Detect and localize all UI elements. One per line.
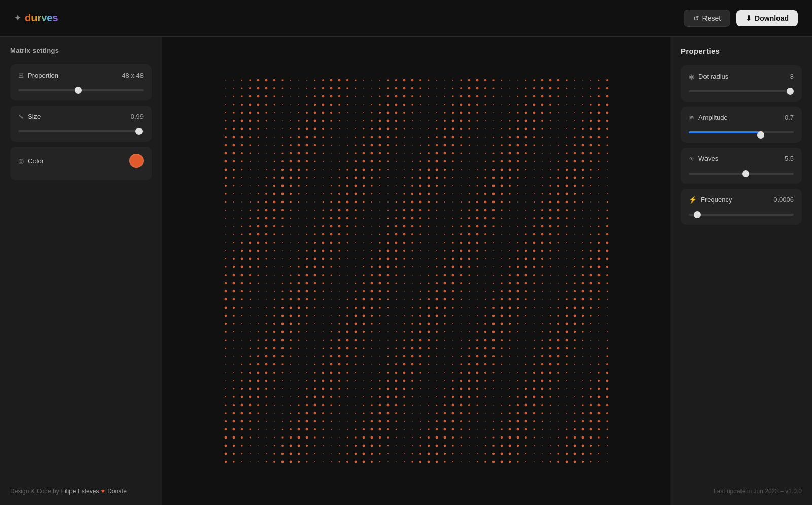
dot-matrix-canvas xyxy=(222,76,611,466)
dot-radius-row: ◉ Dot radius 8 xyxy=(689,73,794,80)
amplitude-value: 0.7 xyxy=(785,114,794,121)
canvas-area xyxy=(162,37,670,505)
proportion-value: 48 x 48 xyxy=(122,72,144,79)
logo: ✦ durves xyxy=(14,12,58,24)
proportion-icon: ⊞ xyxy=(18,72,24,79)
dot-radius-value: 8 xyxy=(790,73,794,80)
download-button[interactable]: ⬇ Download xyxy=(736,10,798,26)
dot-radius-text: Dot radius xyxy=(698,73,728,80)
proportion-row: ⊞ Proportion 48 x 48 xyxy=(18,72,144,79)
frequency-text: Frequency xyxy=(701,196,732,204)
color-icon: ◎ xyxy=(18,158,24,164)
size-text: Size xyxy=(28,113,41,120)
header-actions: ↺ Reset ⬇ Download xyxy=(684,10,798,27)
color-row: ◎ Color xyxy=(18,154,144,168)
main-content: Matrix settings ⊞ Proportion 48 x 48 ⤡ S… xyxy=(0,37,812,505)
waves-label: ∿ Waves xyxy=(689,155,718,162)
dot-radius-card: ◉ Dot radius 8 xyxy=(681,65,802,102)
author-link[interactable]: Filipe Esteves xyxy=(61,488,99,495)
size-label: ⤡ Size xyxy=(18,113,41,120)
left-footer: Design & Code by Filipe Esteves ♥ Donate xyxy=(10,487,152,495)
waves-row: ∿ Waves 5.5 xyxy=(689,155,794,162)
amplitude-text: Amplitude xyxy=(698,114,728,121)
proportion-slider[interactable] xyxy=(18,89,144,91)
frequency-value: 0.0006 xyxy=(773,196,794,204)
proportion-group: ⊞ Proportion 48 x 48 xyxy=(10,64,152,100)
waves-card: ∿ Waves 5.5 xyxy=(681,148,802,184)
color-swatch[interactable] xyxy=(129,154,144,168)
waves-slider[interactable] xyxy=(689,173,794,175)
reset-button[interactable]: ↺ Reset xyxy=(684,10,731,27)
right-footer: Last update in Jun 2023 – v1.0.0 xyxy=(681,488,802,495)
color-label: ◎ Color xyxy=(18,157,44,165)
heart-icon: ♥ xyxy=(101,487,105,495)
reset-icon: ↺ xyxy=(693,14,699,22)
amplitude-slider[interactable] xyxy=(689,131,794,133)
amplitude-card: ≋ Amplitude 0.7 xyxy=(681,107,802,143)
waves-icon: ∿ xyxy=(689,155,694,162)
size-row: ⤡ Size 0.99 xyxy=(18,113,144,120)
frequency-label: ⚡ Frequency xyxy=(689,196,732,204)
properties-title: Properties xyxy=(681,47,802,55)
right-panel: Properties ◉ Dot radius 8 ≋ Amplitude 0.… xyxy=(670,37,812,505)
frequency-slider[interactable] xyxy=(689,214,794,216)
frequency-icon: ⚡ xyxy=(689,196,697,203)
frequency-row: ⚡ Frequency 0.0006 xyxy=(689,196,794,204)
size-icon: ⤡ xyxy=(18,113,24,120)
dot-radius-label: ◉ Dot radius xyxy=(689,73,728,80)
download-label: Download xyxy=(755,14,789,22)
footer-design-text: Design & Code by xyxy=(10,488,59,495)
color-group: ◎ Color xyxy=(10,147,152,180)
color-text: Color xyxy=(28,157,44,165)
left-panel: Matrix settings ⊞ Proportion 48 x 48 ⤡ S… xyxy=(0,37,162,505)
proportion-label: ⊞ Proportion xyxy=(18,72,58,79)
amplitude-icon: ≋ xyxy=(689,114,694,121)
amplitude-row: ≋ Amplitude 0.7 xyxy=(689,114,794,121)
size-slider-container xyxy=(18,125,144,134)
size-group: ⤡ Size 0.99 xyxy=(10,106,152,142)
matrix-settings-title: Matrix settings xyxy=(10,47,152,54)
logo-text: durves xyxy=(25,12,58,24)
proportion-text: Proportion xyxy=(28,72,58,79)
waves-text: Waves xyxy=(698,155,718,162)
proportion-slider-container xyxy=(18,84,144,93)
last-update-text: Last update in Jun 2023 – v1.0.0 xyxy=(714,488,802,495)
donate-link[interactable]: Donate xyxy=(107,488,127,495)
amplitude-label: ≋ Amplitude xyxy=(689,114,728,121)
reset-label: Reset xyxy=(702,14,721,22)
size-value: 0.99 xyxy=(131,113,144,120)
waves-value: 5.5 xyxy=(785,155,794,162)
size-slider[interactable] xyxy=(18,130,144,132)
header: ✦ durves ↺ Reset ⬇ Download xyxy=(0,0,812,37)
dot-radius-icon: ◉ xyxy=(689,73,694,80)
dot-radius-slider[interactable] xyxy=(689,90,794,92)
frequency-card: ⚡ Frequency 0.0006 xyxy=(681,189,802,225)
logo-icon: ✦ xyxy=(14,13,21,23)
download-icon: ⬇ xyxy=(746,14,752,22)
